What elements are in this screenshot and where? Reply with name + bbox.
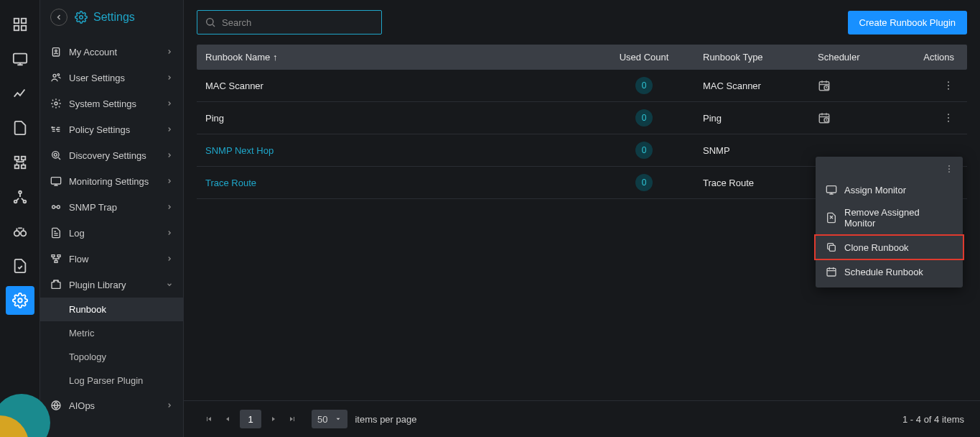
svg-point-35 <box>948 81 949 83</box>
rail-topology-icon[interactable] <box>6 148 34 177</box>
svg-rect-48 <box>827 268 836 276</box>
svg-rect-30 <box>55 261 57 263</box>
sidebar-item-label: System Settings <box>69 98 136 109</box>
sidebar-item-aiops[interactable]: AIOps <box>40 392 183 418</box>
svg-point-23 <box>52 152 59 158</box>
row-name: Ping <box>197 106 594 131</box>
sidebar-subitem-log-parser-plugin[interactable]: Log Parser Plugin <box>40 369 183 392</box>
pager-first-icon[interactable] <box>200 410 218 428</box>
pager-prev-icon[interactable] <box>218 410 237 428</box>
rail-metrics-icon[interactable] <box>6 79 34 108</box>
gear-icon <box>75 11 88 24</box>
more-vertical-icon[interactable] <box>943 112 954 124</box>
sidebar-subitem-runbook[interactable]: Runbook <box>40 298 183 321</box>
table-row: MAC Scanner0MAC Scanner <box>197 70 967 102</box>
context-menu-item-clone-runbook[interactable]: Clone Runbook <box>814 234 964 260</box>
sidebar-item-flow[interactable]: Flow <box>40 246 183 272</box>
row-scheduler[interactable] <box>809 104 902 132</box>
main-content: Create Runbook Plugin Runbook Name ↑ Use… <box>184 0 980 437</box>
sidebar-item-label: Monitoring Settings <box>69 176 149 187</box>
svg-rect-47 <box>829 245 835 251</box>
sidebar-item-label: SNMP Trap <box>69 202 117 213</box>
sidebar-item-label: User Settings <box>69 73 125 83</box>
chevron-icon <box>166 98 173 109</box>
row-actions[interactable] <box>902 105 967 131</box>
chevron-icon <box>166 400 173 411</box>
sidebar-item-user-settings[interactable]: User Settings <box>40 65 183 91</box>
col-runbook-type[interactable]: Runbook Type <box>694 45 809 70</box>
svg-rect-7 <box>14 165 19 169</box>
pager-status: 1 - 4 of 4 items <box>902 414 964 425</box>
pagination: 1 50 items per page 1 - 4 of 4 items <box>184 400 980 437</box>
more-vertical-icon[interactable] <box>943 80 954 91</box>
row-type: Ping <box>694 106 809 131</box>
rail-network-icon[interactable] <box>6 183 34 211</box>
rail-binoculars-icon[interactable] <box>6 217 34 246</box>
row-name[interactable]: SNMP Next Hop <box>197 138 594 163</box>
row-type: SNMP <box>694 138 809 163</box>
context-menu-label: Schedule Runbook <box>844 267 923 277</box>
row-name[interactable]: Trace Route <box>197 170 594 196</box>
svg-point-32 <box>207 19 213 25</box>
svg-point-21 <box>52 127 52 128</box>
pager-next-icon[interactable] <box>264 410 283 428</box>
row-type: MAC Scanner <box>694 73 809 98</box>
chevron-icon <box>166 73 173 83</box>
svg-rect-28 <box>52 255 55 257</box>
rail-settings-icon[interactable] <box>6 286 34 315</box>
sidebar-subitem-topology[interactable]: Topology <box>40 345 183 369</box>
create-runbook-button[interactable]: Create Runbook Plugin <box>848 11 967 34</box>
search-input[interactable] <box>222 17 374 28</box>
back-button[interactable] <box>50 9 67 26</box>
svg-rect-0 <box>14 19 18 23</box>
svg-rect-8 <box>21 165 25 169</box>
col-scheduler[interactable]: Scheduler <box>809 45 902 70</box>
page-title: Settings <box>75 11 135 24</box>
chevron-icon <box>166 47 173 58</box>
col-used-count[interactable]: Used Count <box>594 45 694 70</box>
sidebar-item-monitoring-settings[interactable]: Monitoring Settings <box>40 168 183 194</box>
col-runbook-name[interactable]: Runbook Name ↑ <box>197 45 594 70</box>
sidebar-item-label: Flow <box>69 254 88 264</box>
context-menu-item-schedule-runbook[interactable]: Schedule Runbook <box>816 260 963 283</box>
pager-page-number[interactable]: 1 <box>240 410 261 428</box>
svg-point-15 <box>80 16 83 19</box>
table-row: Ping0Ping <box>197 102 967 134</box>
more-vertical-icon[interactable] <box>944 164 954 174</box>
sidebar-item-log[interactable]: Log <box>40 220 183 246</box>
svg-point-20 <box>55 102 57 105</box>
sidebar-subitem-metric[interactable]: Metric <box>40 321 183 345</box>
svg-point-45 <box>948 171 950 172</box>
row-scheduler[interactable] <box>809 72 902 99</box>
rail-monitor-icon[interactable] <box>6 45 34 73</box>
context-menu-label: Assign Monitor <box>844 185 906 196</box>
sidebar-item-snmp-trap[interactable]: SNMP Trap <box>40 194 183 220</box>
sidebar-item-discovery-settings[interactable]: Discovery Settings <box>40 142 183 168</box>
sidebar-item-system-settings[interactable]: System Settings <box>40 91 183 116</box>
row-scheduler <box>809 143 902 157</box>
search-input-wrap[interactable] <box>197 10 382 34</box>
chevron-icon <box>166 124 173 135</box>
calendar-clock-icon[interactable] <box>818 79 831 92</box>
rail-report-icon[interactable] <box>6 252 34 280</box>
context-menu-item-remove-assigned-monitor[interactable]: Remove Assigned Monitor <box>816 201 963 234</box>
context-menu-item-assign-monitor[interactable]: Assign Monitor <box>816 178 963 201</box>
sidebar-item-my-account[interactable]: My Account <box>40 39 183 65</box>
sidebar-item-label: Discovery Settings <box>69 150 146 161</box>
row-actions[interactable] <box>902 73 967 98</box>
svg-point-43 <box>948 165 950 167</box>
svg-point-41 <box>948 117 949 119</box>
rail-document-icon[interactable] <box>6 114 34 142</box>
chevron-icon <box>166 254 173 264</box>
row-count: 0 <box>594 167 694 198</box>
table-header: Runbook Name ↑ Used Count Runbook Type S… <box>197 45 967 70</box>
svg-rect-1 <box>21 19 25 23</box>
pager-last-icon[interactable] <box>283 410 302 428</box>
calendar-clock-icon[interactable] <box>818 111 831 124</box>
svg-point-36 <box>948 85 949 86</box>
svg-point-26 <box>52 206 55 208</box>
page-size-select[interactable]: 50 <box>312 410 347 428</box>
sidebar-item-policy-settings[interactable]: Policy Settings <box>40 116 183 142</box>
rail-dashboard-icon[interactable] <box>6 10 34 39</box>
sidebar-item-plugin-library[interactable]: Plugin Library <box>40 272 183 298</box>
